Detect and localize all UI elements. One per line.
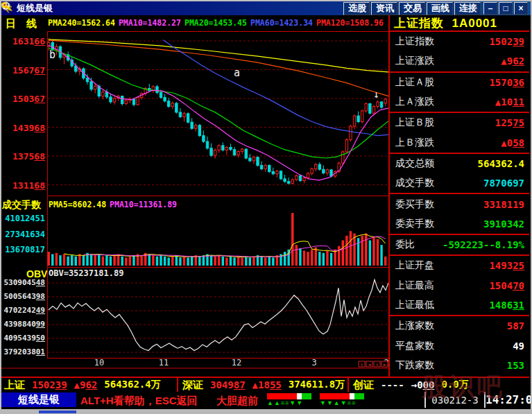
close-button[interactable]: × [514, 2, 528, 15]
quote-row-上证开盘: 上证开盘149325 [390, 256, 529, 275]
quote-row-上涨家数: 上涨家数587 [390, 316, 529, 336]
pma-label: PMA5=8602.48 [49, 200, 106, 209]
quote-row-上证最高: 上证最高150470 [390, 276, 529, 295]
toolbar-button-资讯[interactable]: 资讯 [371, 2, 397, 15]
quote-row-value: -592223--8.19% [443, 239, 524, 250]
maximize-button[interactable]: □ [499, 2, 513, 15]
status-item: 上证 [4, 379, 25, 392]
toolbar-button-连接[interactable]: 连接 [454, 2, 481, 15]
minimize-button[interactable]: – [483, 2, 497, 15]
y-axis-label: 150367 [1, 94, 45, 104]
quote-row-label: 成交手数 [395, 177, 434, 189]
pma-label: PMA120=1508.96 [316, 18, 384, 28]
quote-row-label: 上证最低 [395, 299, 434, 311]
quote-row-value: 153 [507, 360, 524, 371]
status-item: 304987 [210, 379, 246, 390]
app-window: ba↓10111232‖◄‖► 短线是银 选股资讯交易画线连接 – □ × 日 … [0, 0, 532, 414]
y-axis-label: 13670817 [1, 245, 45, 255]
quote-row-label: 上Ｂ涨跌 [395, 137, 434, 149]
indicator-triangles: ▼▼▲▼≡≡ [320, 399, 364, 406]
x-axis-tick: 11 [159, 358, 169, 368]
quote-row-平盘家数: 平盘家数49 [390, 336, 529, 355]
window-title: 短线是银 [17, 2, 53, 15]
pma-label: PMA20=1453.45 [185, 18, 247, 28]
bottom-bar: 短线是银 ALT+H看帮助，ESC返回 大胆超前 ▲▲≡≡▼▼ ▼▼▲▼≡≡ 0… [0, 392, 532, 409]
toolbar-button-label: 画线 [431, 2, 449, 15]
obv-value-label: OBV=35237181.89 [49, 268, 123, 278]
chart-scroll-button[interactable]: ‖ [374, 361, 380, 367]
volume-pma-row: PMA5=8602.48PMA10=11361.89 [49, 200, 177, 209]
pma-label: PMA10=1482.27 [119, 18, 181, 28]
quote-row-下跌家数: 下跌家数153 [390, 356, 529, 375]
quote-row-value: 12575 [495, 117, 524, 128]
indicator-bar [267, 393, 311, 399]
quote-row-成交总额: 成交总额564362.4 [390, 154, 529, 173]
quote-row-上Ａ涨跌: 上Ａ涨跌▲1011 [390, 92, 529, 113]
toolbar-button-交易[interactable]: 交易 [399, 2, 425, 15]
quote-row-上证Ａ股: 上证Ａ股157036 [390, 73, 529, 92]
x-axis-tick: 12 [232, 358, 241, 368]
chart-annotation: a [234, 67, 240, 79]
y-axis-label: 500564398 [1, 292, 45, 301]
status-item: ▲1855 [252, 379, 282, 390]
svg-text:◄: ◄ [368, 363, 372, 367]
market-indicator-2: ▼▼▲▼≡≡ [320, 393, 364, 406]
quote-row-value: 150239 [489, 36, 524, 47]
quote-panel-title: 上证指数 1A0001 [390, 15, 529, 32]
chart-scroll-button[interactable]: ► [381, 361, 388, 367]
y-axis-label: 143968 [1, 123, 45, 133]
quote-row-value: 157036 [489, 77, 524, 88]
quote-row-value: ▲1011 [495, 96, 524, 107]
quote-panel-rows: 上证指数150239上证涨跌▲962上证Ａ股157036上Ａ涨跌▲1011上证Ｂ… [390, 32, 529, 375]
y-axis-label: 156767 [1, 65, 45, 76]
quote-row-value: 7870697 [483, 178, 524, 189]
status-item: 深证 [182, 379, 203, 392]
marquee-text: 大胆超前 [216, 395, 258, 408]
indicator-triangles: ▲▲≡≡▼▼ [267, 399, 311, 406]
quote-row-value: 148631 [489, 300, 524, 311]
quote-row-上证最低: 上证最低148631 [390, 295, 529, 316]
quote-row-委卖手数: 委卖手数3910342 [390, 214, 529, 235]
toolbar-button-label: 连接 [459, 2, 477, 15]
status-item: 0.0万 [441, 379, 468, 391]
quote-row-上Ｂ涨跌: 上Ｂ涨跌▲058 [390, 132, 529, 153]
chart-scroll-button[interactable]: ‖ [359, 361, 365, 367]
y-axis-label: 409543950 [1, 334, 45, 343]
y-axis-label: 470224249 [1, 306, 45, 315]
window-controls: – □ × [483, 2, 531, 15]
y-axis-label: 27341634 [1, 230, 45, 239]
y-axis-label: 163166 [1, 36, 45, 46]
quote-row-上证Ｂ股: 上证Ｂ股12575 [390, 113, 529, 132]
status-item: ---- [381, 379, 404, 390]
quote-row-value: 587 [507, 320, 524, 331]
toolbar-button-画线[interactable]: 画线 [427, 2, 453, 15]
date-display: 030212-3 [424, 392, 486, 408]
titlebar-toolbar: 选股资讯交易画线连接 [343, 2, 483, 15]
brand-box: 短线是银 [1, 393, 76, 407]
toolbar-button-label: 选股 [348, 2, 366, 15]
quote-row-label: 上涨家数 [395, 320, 434, 332]
svg-text:‖: ‖ [376, 363, 377, 367]
title-left: 短线是银 [1, 2, 343, 15]
quote-row-label: 平盘家数 [395, 340, 434, 352]
quote-panel: 上证指数 1A0001 上证指数150239上证涨跌▲962上证Ａ股157036… [388, 15, 529, 377]
status-section-0: 上证150239▲962564362.4万 [0, 378, 178, 392]
quote-row-委买手数: 委买手数3318119 [390, 194, 529, 214]
x-axis-tick: 3 [311, 358, 316, 368]
toolbar-button-选股[interactable]: 选股 [343, 2, 370, 15]
quote-row-value: 564362.4 [478, 158, 524, 169]
y-axis-label: 439884099 [1, 320, 45, 329]
quote-row-value: 149325 [489, 260, 524, 271]
status-section-2: 创证----→0000.0万 [349, 378, 529, 392]
quote-row-label: 上证最高 [395, 279, 434, 292]
quote-row-value: ▲058 [501, 137, 524, 148]
quote-row-label: 下跌家数 [395, 359, 434, 372]
status-item: ▲962 [74, 379, 98, 390]
taskbar-fragment [39, 411, 76, 413]
window-frame [0, 409, 532, 414]
quote-row-label: 委比 [395, 239, 415, 251]
volume-section-label: 成交手数 [2, 199, 41, 212]
quote-row-value: 3910342 [483, 218, 524, 230]
chart-scroll-button[interactable]: ◄ [366, 361, 372, 367]
window-frame [0, 0, 1, 414]
